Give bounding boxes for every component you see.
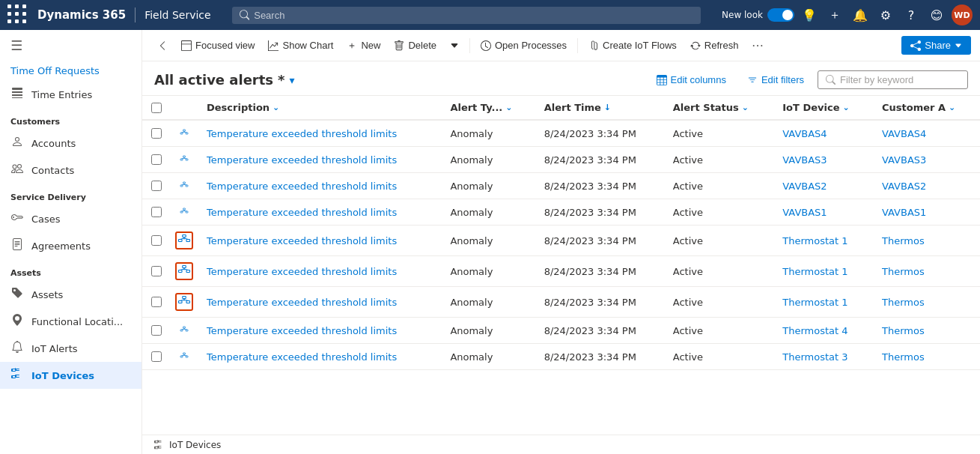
keyword-filter-input[interactable]	[840, 74, 960, 85]
row-description[interactable]: Temperature exceeded threshold limits	[207, 266, 397, 277]
table-row: Temperature exceeded threshold limitsAno…	[142, 256, 980, 287]
sidebar-item-agreements[interactable]: Agreements	[0, 232, 141, 259]
delete-icon	[394, 40, 404, 51]
dropdown-arrow-button[interactable]	[444, 37, 465, 54]
back-button[interactable]	[151, 37, 174, 55]
th-description[interactable]: Description ⌄	[198, 96, 441, 120]
sidebar-label-agreements: Agreements	[31, 240, 91, 252]
row-iot-device[interactable]: Thermostat 1	[782, 297, 847, 308]
row-iot-device[interactable]: VAVBAS4	[782, 128, 827, 139]
svg-line-33	[184, 238, 188, 240]
row-customer-a[interactable]: Thermos	[882, 266, 925, 277]
row-checkbox[interactable]	[151, 181, 162, 191]
new-look-toggle[interactable]	[767, 8, 794, 22]
sidebar-label-iot-devices: IoT Devices	[31, 370, 94, 381]
row-customer-a[interactable]: Thermos	[882, 325, 925, 336]
delete-button[interactable]: Delete	[388, 36, 442, 55]
th-alert-type[interactable]: Alert Ty... ⌄	[441, 96, 535, 120]
row-checkbox[interactable]	[151, 128, 162, 139]
select-all-checkbox[interactable]	[151, 103, 162, 113]
row-iot-device[interactable]: VAVBAS2	[782, 181, 827, 192]
row-iot-device[interactable]: Thermostat 1	[782, 235, 847, 246]
sidebar-item-iot-alerts[interactable]: IoT Alerts	[0, 335, 141, 362]
plus-icon[interactable]: ＋	[824, 4, 845, 25]
hamburger-menu[interactable]: ☰	[0, 30, 141, 61]
row-description[interactable]: Temperature exceeded threshold limits	[207, 235, 397, 246]
row-alert-status: Active	[664, 147, 774, 173]
sidebar-item-assets[interactable]: Assets	[0, 281, 141, 308]
focused-view-button[interactable]: Focused view	[175, 36, 261, 55]
row-checkbox[interactable]	[151, 351, 162, 362]
sidebar-item-time-entries[interactable]: Time Entries	[0, 81, 141, 108]
keyword-filter[interactable]	[818, 70, 968, 89]
svg-line-50	[182, 329, 185, 330]
svg-rect-12	[186, 159, 188, 160]
edit-columns-button[interactable]: Edit columns	[649, 70, 734, 89]
th-alert-status[interactable]: Alert Status ⌄	[664, 96, 774, 120]
settings-icon[interactable]: ⚙	[875, 4, 896, 25]
bell-icon[interactable]: 🔔	[850, 4, 871, 25]
row-checkbox[interactable]	[151, 297, 162, 307]
row-checkbox[interactable]	[151, 207, 162, 217]
row-checkbox[interactable]	[151, 235, 162, 246]
create-iot-flows-button[interactable]: Create IoT Flows	[582, 36, 683, 55]
row-customer-a[interactable]: VAVBAS2	[882, 181, 926, 192]
row-description[interactable]: Temperature exceeded threshold limits	[207, 154, 397, 166]
grid-title-dropdown-icon[interactable]: ▾	[289, 74, 294, 86]
row-iot-device[interactable]: Thermostat 1	[782, 266, 847, 277]
row-customer-a[interactable]: Thermos	[882, 235, 925, 246]
th-select-all[interactable]	[142, 96, 171, 120]
sidebar-item-contacts[interactable]: Contacts	[0, 157, 141, 184]
svg-rect-10	[183, 156, 186, 157]
new-button[interactable]: New	[341, 36, 386, 55]
row-checkbox[interactable]	[151, 266, 162, 276]
svg-line-21	[184, 184, 187, 185]
avatar[interactable]: WD	[952, 4, 973, 25]
help-icon[interactable]: ?	[901, 4, 922, 25]
show-chart-button[interactable]: Show Chart	[262, 36, 339, 55]
sidebar-item-cases[interactable]: Cases	[0, 205, 141, 232]
row-customer-a[interactable]: VAVBAS1	[882, 207, 926, 218]
th-iot-device[interactable]: IoT Device ⌄	[773, 96, 873, 120]
row-customer-a[interactable]: VAVBAS4	[882, 128, 926, 139]
svg-line-20	[182, 184, 185, 185]
row-iot-device[interactable]: Thermostat 3	[782, 351, 847, 363]
row-description[interactable]: Temperature exceeded threshold limits	[207, 351, 397, 363]
refresh-button[interactable]: Refresh	[684, 36, 745, 55]
svg-line-38	[180, 269, 184, 270]
search-bar[interactable]	[232, 7, 701, 24]
sidebar-item-functional-locati[interactable]: Functional Locati...	[0, 308, 141, 335]
svg-rect-1	[12, 91, 22, 93]
svg-line-26	[182, 211, 185, 211]
th-customer-a[interactable]: Customer A ⌄	[873, 96, 980, 120]
user-icon[interactable]: 😊	[926, 4, 947, 25]
more-actions-button[interactable]: ⋯	[746, 34, 770, 56]
row-description[interactable]: Temperature exceeded threshold limits	[207, 181, 397, 192]
row-checkbox[interactable]	[151, 325, 162, 336]
row-checkbox[interactable]	[151, 154, 162, 165]
apps-grid-icon[interactable]	[7, 4, 28, 25]
svg-rect-5	[180, 133, 183, 134]
share-button[interactable]: Share	[901, 36, 971, 55]
row-iot-device[interactable]: Thermostat 4	[782, 325, 847, 336]
row-customer-a[interactable]: VAVBAS3	[882, 154, 926, 166]
search-input[interactable]	[254, 10, 693, 21]
edit-filters-button[interactable]: Edit filters	[740, 70, 812, 89]
row-iot-device[interactable]: VAVBAS1	[782, 207, 827, 218]
th-alert-time[interactable]: Alert Time ↓	[535, 96, 664, 120]
row-description[interactable]: Temperature exceeded threshold limits	[207, 207, 397, 218]
sidebar-item-accounts[interactable]: Accounts	[0, 130, 141, 157]
row-customer-a[interactable]: Thermos	[882, 297, 925, 308]
lightbulb-icon[interactable]: 💡	[799, 4, 820, 25]
row-description[interactable]: Temperature exceeded threshold limits	[207, 325, 397, 336]
row-customer-a[interactable]: Thermos	[882, 351, 925, 363]
row-description[interactable]: Temperature exceeded threshold limits	[207, 297, 397, 308]
sidebar-item-iot-devices[interactable]: IoT Devices	[0, 362, 141, 389]
row-description[interactable]: Temperature exceeded threshold limits	[207, 128, 397, 139]
grid-area: All active alerts * ▾ Edit columns Edit …	[142, 61, 980, 435]
row-iot-device[interactable]: VAVBAS3	[782, 154, 827, 166]
open-processes-label: Open Processes	[495, 40, 567, 51]
sidebar-truncated-item[interactable]: Time Off Requests	[0, 61, 141, 81]
svg-rect-17	[180, 185, 183, 187]
open-processes-button[interactable]: Open Processes	[475, 36, 573, 55]
